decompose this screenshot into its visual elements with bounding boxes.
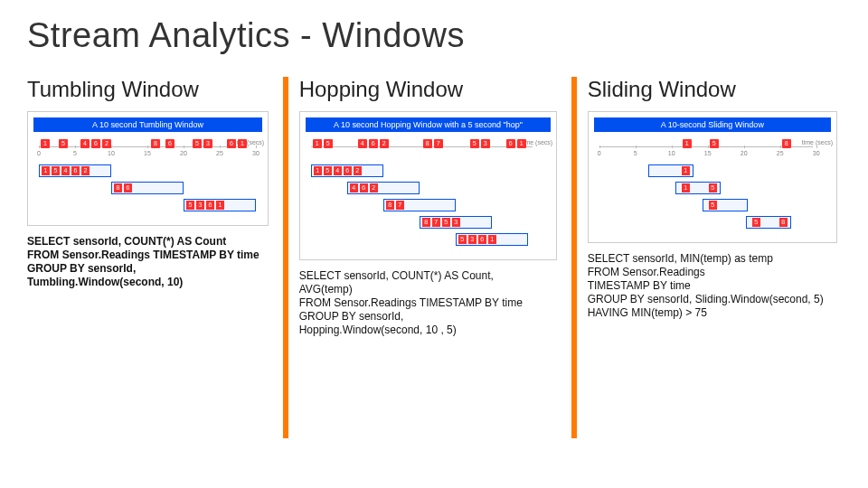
window-cell: 6 — [206, 201, 214, 210]
sliding-diagram: A 10-second Sliding Window time (secs) 1… — [588, 111, 837, 243]
tumbling-timeline: Time (secs) 1 5 4 6 2 8 6 5 3 6 1 0 5 10… — [33, 137, 262, 161]
tick: 30 — [252, 150, 259, 156]
event-box: 6 — [91, 139, 100, 148]
event-box: 3 — [203, 139, 212, 148]
event-box: 5 — [324, 139, 333, 148]
window-row: 1 — [594, 164, 831, 179]
window-cell: 5 — [709, 183, 717, 192]
event-box: 1 — [683, 139, 692, 148]
divider — [283, 77, 288, 438]
hopping-column: Hopping Window A 10 second Hopping Windo… — [299, 77, 567, 337]
event-box: 1 — [41, 139, 50, 148]
tumbling-sql: SELECT sensorId, COUNT(*) AS Count FROM … — [27, 235, 269, 289]
sliding-heading: Sliding Window — [588, 77, 837, 102]
window: 1 5 — [675, 182, 721, 194]
window-cell: 3 — [452, 218, 460, 227]
window-cell: 5 — [52, 166, 60, 175]
event-box: 6 — [506, 139, 515, 148]
axis-label: Time (secs) — [231, 139, 264, 145]
event-box: 8 — [423, 139, 432, 148]
window-cell: 8 — [422, 218, 430, 227]
tumbling-column: Tumbling Window A 10 second Tumbling Win… — [27, 77, 278, 289]
hopping-sql: SELECT sensorId, COUNT(*) AS Count, AVG(… — [299, 269, 558, 337]
event-box: 1 — [238, 139, 247, 148]
axis-line — [311, 146, 533, 147]
sliding-column: Sliding Window A 10-second Sliding Windo… — [588, 77, 846, 320]
window-cell: 1 — [42, 166, 50, 175]
window-row: 5 3 6 1 — [33, 199, 262, 213]
tumbling-diagram: A 10 second Tumbling Window Time (secs) … — [27, 111, 269, 226]
window-cell: 1 — [488, 235, 496, 244]
event-box: 7 — [434, 139, 443, 148]
tick: 15 — [704, 150, 712, 156]
window: 1 5 4 6 2 — [39, 164, 111, 177]
tick: 25 — [777, 150, 784, 156]
window: 8 7 — [383, 199, 456, 211]
event-box: 8 — [151, 139, 160, 148]
window-cell: 4 — [350, 183, 358, 192]
hopping-timeline: Time (secs) 1 5 4 6 2 8 7 5 3 6 1 — [306, 137, 552, 161]
window-row: 1 5 — [594, 182, 831, 196]
window: 8 7 5 3 — [420, 216, 492, 229]
window-cell: 8 — [386, 201, 394, 210]
event-box: 4 — [80, 139, 90, 148]
tick: 15 — [144, 150, 151, 156]
window-cell: 5 — [324, 166, 332, 175]
slide: Stream Analytics - Windows Tumbling Wind… — [0, 0, 868, 488]
tick: 25 — [216, 150, 223, 156]
window-row: 5 — [594, 199, 831, 213]
window-cell: 4 — [61, 166, 70, 175]
tick: 10 — [108, 150, 115, 156]
tick: 20 — [180, 150, 187, 156]
window: 1 5 4 6 2 — [311, 164, 383, 177]
event-box: 1 — [313, 139, 322, 148]
hopping-diagram: A 10 second Hopping Window with a 5 seco… — [299, 111, 558, 260]
axis-line — [39, 146, 244, 147]
window-row: 5 3 6 1 — [306, 233, 552, 248]
window: 5 3 6 1 — [456, 233, 528, 246]
window-cell: 6 — [344, 166, 352, 175]
window-row: 4 6 2 — [306, 182, 552, 196]
window-cell: 5 — [186, 201, 194, 210]
window: 5 — [703, 199, 748, 211]
window-cell: 1 — [682, 166, 690, 175]
window-row: 1 5 4 6 2 — [306, 164, 552, 179]
window-row: 5 8 — [594, 216, 831, 230]
window-cell: 2 — [81, 166, 90, 175]
event-box: 8 — [782, 139, 791, 148]
event-box: 5 — [193, 139, 202, 148]
window-cell: 6 — [360, 183, 368, 192]
window-cell: 7 — [432, 218, 440, 227]
window-cell: 4 — [334, 166, 342, 175]
divider — [571, 77, 577, 438]
window: 4 6 2 — [347, 182, 420, 194]
window-cell: 5 — [709, 201, 717, 210]
event-box: 2 — [380, 139, 389, 148]
tick: 10 — [668, 150, 675, 156]
window-cell: 8 — [779, 218, 788, 227]
window-cell: 6 — [124, 183, 132, 192]
event-box: 2 — [102, 139, 111, 148]
tick: 0 — [37, 150, 41, 156]
event-box: 6 — [227, 139, 236, 148]
window-row: 8 6 — [33, 182, 262, 196]
window: 5 8 — [746, 216, 791, 229]
axis-label: time (secs) — [802, 139, 833, 145]
page-title: Stream Analytics - Windows — [27, 16, 846, 55]
tick: 5 — [73, 150, 77, 156]
window-row: 8 7 5 3 — [306, 216, 552, 230]
window-cell: 5 — [752, 218, 760, 227]
tumbling-heading: Tumbling Window — [27, 77, 269, 102]
window-cell: 1 — [216, 201, 224, 210]
tick: 0 — [598, 150, 601, 156]
sliding-sql: SELECT sensorId, MIN(temp) as temp FROM … — [588, 252, 837, 320]
window-row: 8 7 — [306, 199, 552, 213]
window-cell: 1 — [682, 183, 690, 192]
window-cell: 8 — [114, 183, 122, 192]
window-cell: 6 — [71, 166, 80, 175]
window-cell: 5 — [442, 218, 450, 227]
window-cell: 5 — [458, 235, 467, 244]
tumbling-caption: A 10 second Tumbling Window — [33, 117, 262, 132]
window-cell: 7 — [396, 201, 404, 210]
window-cell: 6 — [478, 235, 486, 244]
